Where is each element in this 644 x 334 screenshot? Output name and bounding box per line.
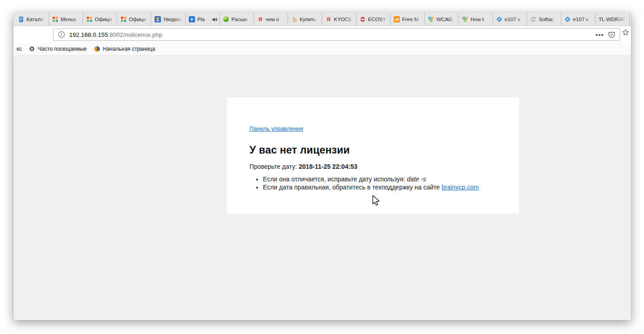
date-command: date -s	[407, 176, 426, 183]
notification-icon	[155, 16, 161, 22]
url-host: 192.168.0.155	[69, 31, 108, 38]
yandex-icon: Я	[325, 16, 332, 22]
url-path: :8002/nolicense.php	[108, 31, 162, 38]
tab-label: e107 v	[505, 17, 525, 22]
tab-TL-WDR36[interactable]: TL-WDR36	[595, 13, 630, 26]
softaculous-icon	[530, 16, 537, 22]
tab-label: Офици	[129, 17, 149, 22]
browser-window: КаталоMenusОфициОфициУведомPlaРасшиЯчем …	[13, 13, 631, 320]
bookmark-item-most-visited[interactable]: Часто посещаемые	[27, 45, 89, 53]
tab-ECOSY[interactable]: ECOSY	[356, 13, 391, 26]
tab-e107 v[interactable]: e107 v	[493, 13, 527, 26]
tab-label: чем о	[266, 17, 286, 22]
e107-icon	[496, 16, 502, 22]
page-viewport: Панель управления У вас нет лицензии Про…	[13, 55, 631, 320]
pocket-icon[interactable]	[608, 31, 615, 38]
instructions-list: Если она отличается, исправьте дату испо…	[249, 176, 497, 191]
bookmark-star-icon[interactable]	[622, 29, 629, 36]
joomla-monster-icon: JM	[394, 16, 400, 22]
svg-text:Я: Я	[258, 17, 262, 22]
tab-Уведом[interactable]: Уведом	[151, 13, 186, 26]
joomla-icon	[120, 16, 127, 22]
tab-label: How t	[471, 17, 491, 22]
tab-label: ECOSY	[368, 17, 388, 22]
tab-label: TL-WDR36	[599, 17, 627, 22]
tab-Softac[interactable]: Softac	[527, 13, 561, 26]
joomla-icon	[86, 16, 93, 22]
brainycp-link[interactable]: brainycp.com	[441, 184, 479, 191]
tab-Free M[interactable]: JMFree M	[391, 13, 425, 26]
tab-label: KYOCE	[334, 17, 354, 22]
svg-text:Я: Я	[327, 17, 330, 22]
tab-label: Pla	[197, 17, 209, 22]
page-actions-icon[interactable]: •••	[595, 31, 604, 38]
page-title: У вас нет лицензии	[249, 144, 497, 156]
date-value: 2018-11-25 22:04:53	[299, 163, 358, 170]
tab-e107 v[interactable]: e107 v	[561, 13, 595, 26]
catalog-icon	[18, 16, 24, 22]
player-icon	[189, 16, 195, 22]
url-bar[interactable]: 192.168.0.155 :8002/nolicense.php •••	[53, 28, 620, 41]
check-date-line: Проверьте дату: 2018-11-25 22:04:53	[249, 163, 497, 170]
tab-label: Офици	[95, 17, 115, 22]
tab-Pla[interactable]: Pla	[186, 13, 220, 26]
bookmark-item-truncated[interactable]: кс	[14, 45, 24, 53]
list-item: Если она отличается, исправьте дату испо…	[263, 176, 497, 184]
tab-label: Menus	[61, 17, 81, 22]
tab-чем о[interactable]: Ячем о	[254, 13, 288, 26]
tab-label: Катало	[27, 17, 47, 22]
tab-Купить[interactable]: Купить	[288, 13, 322, 26]
tab-Menus[interactable]: Menus	[49, 13, 83, 26]
three-circles-icon	[462, 16, 468, 22]
list-item: Если дата правильная, обратитесь в техпо…	[263, 184, 497, 192]
control-panel-link[interactable]: Панель управления	[249, 125, 303, 132]
tab-Расши[interactable]: Расши	[220, 13, 254, 26]
tab-Катало[interactable]: Катало	[15, 13, 49, 26]
tab-label: Softac	[539, 17, 559, 22]
svg-text:JM: JM	[395, 18, 399, 21]
tab-label: Расши	[231, 17, 252, 22]
three-circles-icon	[428, 16, 434, 22]
navigation-bar: 192.168.0.155 :8002/nolicense.php •••	[13, 26, 631, 43]
tab-label: Купить	[300, 17, 320, 22]
tab-label: Уведом	[163, 17, 183, 22]
e107-icon	[564, 16, 571, 22]
tab-Офици[interactable]: Офици	[83, 13, 117, 26]
tab-WCAG[interactable]: WCAG	[425, 13, 459, 26]
tab-label: e107 v	[573, 17, 593, 22]
bookmark-item-home-page[interactable]: Начальная страница	[92, 45, 157, 53]
tab-strip: КаталоMenusОфициОфициУведомPlaРасшиЯчем …	[13, 13, 631, 26]
ecosys-icon	[360, 16, 366, 22]
hand-pointer-icon	[291, 16, 298, 22]
bookmarks-bar: кс Часто посещаемые Начальная страница	[13, 43, 631, 55]
yandex-icon: Я	[257, 16, 263, 22]
tab-KYOCE[interactable]: ЯKYOCE	[322, 13, 356, 26]
gear-icon	[29, 46, 35, 52]
firefox-icon	[94, 46, 100, 52]
tab-label: WCAG	[436, 17, 457, 22]
tab-label: Free M	[402, 17, 422, 22]
license-error-card: Панель управления У вас нет лицензии Про…	[227, 97, 519, 214]
speaker-icon[interactable]	[212, 17, 218, 22]
tab-How t[interactable]: How t	[459, 13, 493, 26]
joomla-icon	[52, 16, 58, 22]
globe-green-icon	[223, 16, 229, 22]
site-info-icon[interactable]	[58, 31, 65, 38]
tab-Офици[interactable]: Офици	[117, 13, 151, 26]
